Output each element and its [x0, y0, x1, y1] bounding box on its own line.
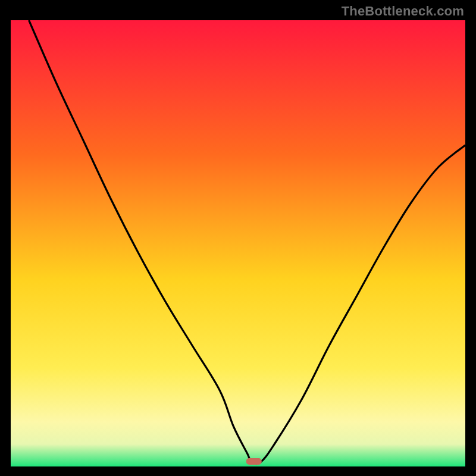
attribution-label: TheBottleneck.com: [342, 4, 464, 19]
plot-area: [11, 20, 465, 466]
chart-frame: TheBottleneck.com: [0, 0, 476, 476]
optimal-marker: [246, 458, 262, 465]
gradient-background: [11, 20, 465, 466]
bottleneck-chart: [11, 20, 465, 466]
